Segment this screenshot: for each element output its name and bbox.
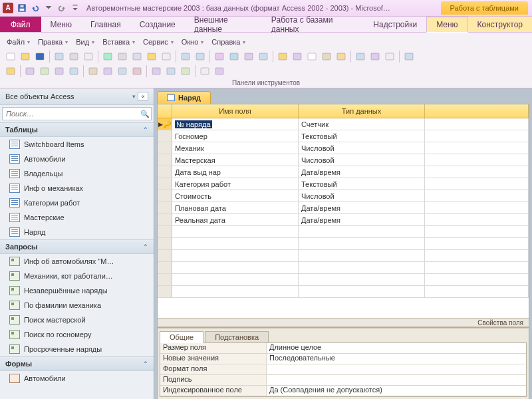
search-input[interactable] — [3, 108, 139, 120]
nav-header-dropdown-icon[interactable]: ▾ — [132, 93, 136, 100]
qat-more-icon[interactable] — [69, 2, 81, 14]
row-selector[interactable] — [158, 238, 172, 249]
menu-item[interactable]: Вставка — [100, 37, 138, 47]
menu-item[interactable]: Справка — [209, 37, 248, 47]
search-icon[interactable]: 🔍 — [139, 110, 151, 118]
row-selector[interactable] — [158, 226, 172, 237]
redo-icon[interactable] — [56, 2, 68, 14]
field-row-empty[interactable] — [158, 250, 529, 262]
nav-item[interactable]: По фамилии механика — [0, 298, 154, 313]
row-selector[interactable] — [158, 178, 172, 190]
field-type-cell[interactable]: Числовой — [299, 154, 425, 166]
key2-icon[interactable] — [4, 65, 17, 78]
row-icon[interactable] — [242, 50, 255, 63]
index-icon[interactable] — [291, 50, 304, 63]
menu-item[interactable]: Сервис — [140, 37, 176, 47]
nav-item[interactable]: Инф о механиках — [0, 181, 154, 196]
help-icon[interactable] — [402, 50, 416, 63]
field-name-cell[interactable]: Мастерская — [172, 154, 299, 166]
search-icon[interactable] — [53, 50, 66, 63]
redo-icon[interactable] — [194, 50, 207, 63]
field-name-cell[interactable]: Госномер — [172, 130, 299, 142]
field-desc-cell[interactable] — [425, 154, 529, 166]
row-selector[interactable] — [158, 250, 172, 261]
col-field-name[interactable]: Имя поля — [172, 104, 299, 118]
menu-item[interactable]: Вид — [73, 37, 97, 47]
property-value[interactable] — [267, 375, 526, 385]
tools2-icon[interactable] — [38, 65, 51, 78]
rel-icon[interactable] — [368, 50, 382, 63]
ribbon-tab[interactable]: Внешние данные — [185, 17, 262, 32]
nav-item[interactable]: Просроченные наряды — [0, 342, 154, 356]
row-selector[interactable] — [158, 214, 172, 225]
row-selector[interactable] — [158, 190, 172, 201]
ribbon-tab[interactable]: Работа с базами данных — [262, 17, 364, 32]
field-type-cell[interactable]: Дата/время — [299, 202, 425, 213]
row-selector[interactable] — [158, 130, 172, 142]
nav-item[interactable]: Инф об автомобилях "М… — [0, 254, 154, 269]
doc-tab[interactable]: Наряд — [157, 91, 211, 104]
ribbon-context-tab[interactable]: Меню — [426, 17, 467, 33]
nav-group[interactable]: Запросы⌃ — [0, 239, 154, 254]
prop-tab-lookup[interactable]: Подстановка — [205, 331, 269, 343]
tools3-icon[interactable] — [53, 65, 66, 78]
field-row[interactable]: ▶🔑№ нарядаСчетчик — [158, 118, 529, 130]
row-selector-header[interactable] — [158, 104, 172, 118]
property-value[interactable]: Длинное целое — [267, 343, 526, 353]
tools13-icon[interactable] — [213, 65, 226, 78]
field-row[interactable]: Дата выд нарДата/время — [158, 166, 529, 178]
row-selector[interactable] — [158, 154, 172, 166]
field-name-cell[interactable]: Механик — [172, 142, 299, 154]
delete-row-icon[interactable] — [257, 50, 270, 63]
file-tab[interactable]: Файл — [0, 17, 41, 32]
key-icon[interactable] — [276, 50, 289, 63]
col-data-type[interactable]: Тип данных — [299, 104, 425, 118]
field-type-cell[interactable]: Числовой — [299, 190, 425, 201]
nav-item[interactable]: Поиск по госномеру — [0, 327, 154, 342]
tools9-icon[interactable] — [150, 65, 163, 78]
tools5-icon[interactable] — [86, 65, 100, 78]
row-selector[interactable] — [158, 262, 172, 273]
undo-icon[interactable] — [29, 2, 41, 14]
row-selector[interactable] — [158, 166, 172, 178]
field-type-cell[interactable]: Текстовый — [299, 130, 425, 142]
preview-icon[interactable] — [82, 50, 95, 63]
field-type-cell[interactable]: Дата/время — [299, 166, 425, 178]
field-row[interactable]: МеханикЧисловой — [158, 142, 529, 154]
ribbon-tab[interactable]: Надстройки — [364, 17, 426, 32]
field-type-cell[interactable]: Дата/время — [299, 214, 425, 225]
spell-icon[interactable] — [101, 50, 114, 63]
menu-item[interactable]: Правка — [35, 37, 70, 47]
nav-item[interactable]: Владельцы — [0, 166, 154, 181]
open-icon[interactable] — [19, 50, 32, 63]
builder-icon[interactable] — [334, 50, 348, 63]
field-row-empty[interactable] — [158, 238, 529, 250]
menu-item[interactable]: Файл — [4, 37, 33, 47]
field-desc-cell[interactable] — [425, 202, 529, 213]
field-row[interactable]: МастерскаяЧисловой — [158, 154, 529, 166]
property-value[interactable]: Последовательные — [267, 354, 526, 364]
field-row[interactable]: СтоимостьЧисловой — [158, 190, 529, 202]
nav-item[interactable]: Поиск мастерской — [0, 313, 154, 327]
field-desc-cell[interactable] — [425, 166, 529, 178]
row-selector[interactable] — [158, 274, 172, 285]
nav-item[interactable]: Незавершённые наряды — [0, 283, 154, 298]
tools7-icon[interactable] — [116, 65, 129, 78]
ribbon-tab[interactable]: Меню — [41, 17, 81, 32]
tools6-icon[interactable] — [101, 65, 114, 78]
format-icon[interactable] — [160, 50, 173, 63]
property-value[interactable] — [267, 364, 526, 374]
field-name-cell[interactable]: Плановая дата — [172, 202, 299, 213]
sheet-icon[interactable] — [305, 50, 319, 63]
field-row-empty[interactable] — [158, 226, 529, 238]
field-desc-cell[interactable] — [425, 214, 529, 225]
field-name-cell[interactable]: Реальная дата — [172, 214, 299, 225]
copy-icon[interactable] — [130, 50, 144, 63]
tools12-icon[interactable] — [198, 65, 211, 78]
menu-item[interactable]: Окно — [179, 37, 207, 47]
field-desc-cell[interactable] — [425, 130, 529, 142]
nav-item[interactable]: Категории работ — [0, 196, 154, 210]
field-name-cell[interactable]: Дата выд нар — [172, 166, 299, 178]
nav-item[interactable]: Switchboard Items — [0, 137, 154, 152]
field-desc-cell[interactable] — [425, 178, 529, 190]
